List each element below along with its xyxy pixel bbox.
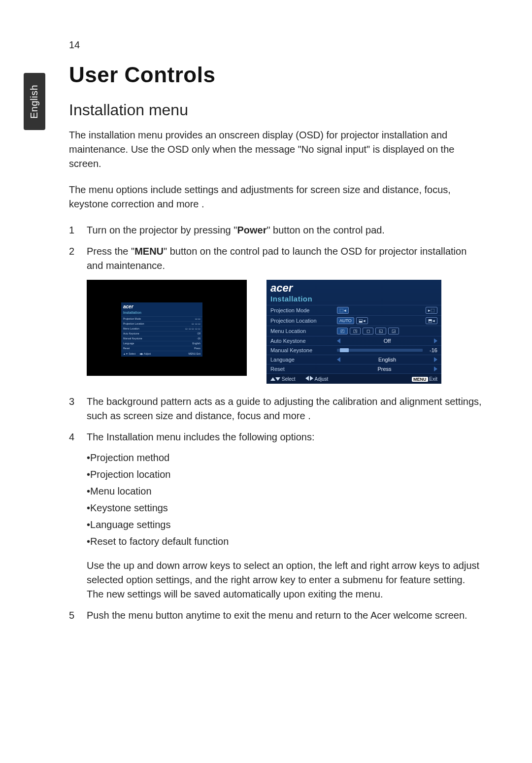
footer-adjust: Adjust [305, 376, 329, 382]
step-2: 2 Press the "MENU" button on the control… [69, 244, 483, 273]
osd-row-manual-keystone[interactable]: Manual Keystone -16 [266, 345, 441, 355]
step-1: 1 Turn on the projector by pressing "Pow… [69, 223, 483, 237]
osd-title: Installation [266, 295, 441, 305]
projection-location-auto-icon[interactable]: AUTO [337, 317, 354, 324]
osd-row-reset[interactable]: Reset Press [266, 364, 441, 373]
list-item: •Reset to factory default function [87, 533, 483, 550]
projection-mode-front-icon[interactable]: ⬚◂ [337, 307, 349, 314]
menu-loc-br-icon[interactable]: ◲ [388, 328, 399, 334]
step-3: 3 The background pattern acts as a guide… [69, 395, 483, 423]
intro-paragraph-2: The menu options include settings and ad… [69, 183, 483, 211]
osd-footer: Select Adjust MENU Exit [266, 373, 441, 384]
manual-page: English 14 User Controls Installation me… [0, 0, 532, 763]
osd-row-menu-location[interactable]: Menu Location ◰ ◳ ◻ ◱ ◲ [266, 326, 441, 336]
step-4: 4 The Installation menu includes the fol… [69, 430, 483, 601]
menu-loc-tr-icon[interactable]: ◳ [350, 328, 361, 334]
arrow-right-icon[interactable] [434, 366, 437, 371]
arrow-left-icon[interactable] [337, 338, 340, 343]
projection-mode-rear-icon[interactable]: ▸⬚ [426, 307, 437, 314]
osd-figures: acer Installation Projection Mode▭ ▭ Pro… [87, 280, 483, 384]
list-item: •Language settings [87, 516, 483, 533]
arrow-left-icon[interactable] [337, 357, 340, 362]
steps-list: 1 Turn on the projector by pressing "Pow… [69, 223, 483, 273]
steps-list-cont: 3 The background pattern acts as a guide… [69, 395, 483, 623]
menu-loc-bl-icon[interactable]: ◱ [375, 328, 386, 334]
osd-row-language[interactable]: Language English [266, 355, 441, 364]
osd-title: Installation [121, 310, 202, 316]
keystone-slider[interactable] [337, 349, 423, 352]
list-item: •Projection location [87, 466, 483, 483]
triangle-up-icon [270, 377, 275, 381]
list-item: •Projection method [87, 449, 483, 466]
page-number: 14 [69, 39, 483, 51]
arrow-right-icon[interactable] [434, 338, 437, 343]
osd-brand: acer [266, 280, 441, 295]
auto-keystone-value: Off [342, 338, 432, 344]
list-item: •Keystone settings [87, 499, 483, 516]
list-item: •Menu location [87, 483, 483, 499]
osd-row-auto-keystone[interactable]: Auto Keystone Off [266, 336, 441, 345]
step-5: 5 Push the menu button anytime to exit t… [69, 608, 483, 623]
triangle-right-icon [310, 376, 313, 381]
arrow-right-icon[interactable] [434, 357, 437, 362]
page-title: User Controls [69, 63, 483, 87]
manual-keystone-value: -16 [426, 347, 437, 353]
language-value: English [342, 357, 432, 363]
menu-loc-c-icon[interactable]: ◻ [363, 328, 373, 334]
language-tab: English [24, 73, 45, 130]
triangle-left-icon [305, 376, 309, 381]
footer-exit: MENU Exit [412, 376, 437, 382]
osd-row-projection-location[interactable]: Projection Location AUTO ⬓◂ ⬒◂ [266, 315, 441, 326]
osd-preview-small: acer Installation Projection Mode▭ ▭ Pro… [87, 280, 247, 376]
triangle-down-icon [275, 377, 280, 381]
menu-loc-tl-icon[interactable]: ◰ [337, 328, 348, 334]
section-title: Installation menu [69, 101, 483, 119]
osd-panel-large: acer Installation Projection Mode ⬚◂ ▸⬚ … [266, 280, 441, 384]
osd-brand: acer [121, 302, 202, 310]
projection-location-ceiling-icon[interactable]: ⬒◂ [426, 317, 437, 324]
osd-small-panel: acer Installation Projection Mode▭ ▭ Pro… [121, 302, 202, 357]
step-4-tail: Use the up and down arrow keys to select… [87, 559, 483, 601]
intro-paragraph-1: The installation menu provides an onscre… [69, 128, 483, 171]
language-tab-label: English [29, 84, 40, 118]
projection-location-desktop-icon[interactable]: ⬓◂ [356, 317, 368, 324]
footer-select: Select [270, 376, 296, 382]
reset-value: Press [337, 366, 432, 372]
options-sublist: •Projection method •Projection location … [87, 449, 483, 550]
osd-row-projection-mode[interactable]: Projection Mode ⬚◂ ▸⬚ [266, 305, 441, 315]
